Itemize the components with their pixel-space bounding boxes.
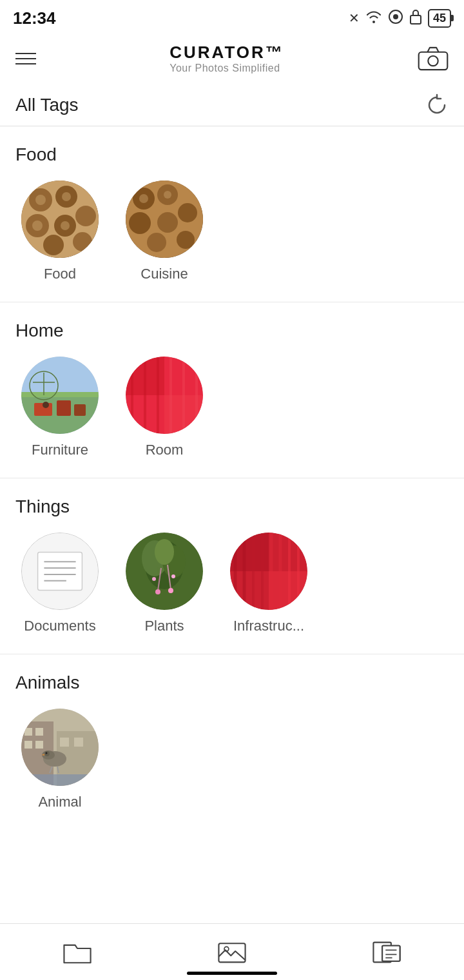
status-time: 12:34 [13,8,56,28]
svg-point-22 [178,203,197,222]
status-icons: ✕ 45 [349,8,451,28]
svg-rect-3 [419,52,448,69]
svg-point-62 [171,574,175,578]
svg-point-4 [428,55,438,65]
svg-point-13 [35,195,46,205]
infrastructure-circle [230,533,307,610]
home-section-label: Home [15,320,449,341]
svg-point-26 [164,191,171,199]
svg-rect-95 [382,945,400,961]
x-icon: ✕ [349,10,360,26]
food-tag-item[interactable]: Food [18,181,102,282]
svg-rect-31 [74,404,86,416]
all-tags-title: All Tags [15,95,79,115]
all-tags-bar: All Tags [0,84,464,126]
food-section-label: Food [15,144,449,165]
documents-circle [21,533,99,610]
animals-section: Animals [0,654,464,817]
svg-point-12 [73,232,92,251]
cuisine-item-label: Cuisine [140,266,188,282]
furniture-item-label: Furniture [32,442,88,458]
room-tag-item[interactable]: Room [122,357,206,458]
food-circle [21,181,99,258]
animal-tag-item[interactable]: Animal [18,709,102,810]
svg-rect-90 [21,774,99,786]
app-title: CURATOR™ [169,43,284,63]
circle-status-icon [388,9,403,28]
tags-icon [371,939,402,966]
svg-point-86 [46,752,48,754]
things-section: Things Documents [0,478,464,641]
nav-gallery-button[interactable] [204,934,260,971]
food-item-label: Food [44,266,76,282]
battery-indicator: 45 [428,9,451,28]
svg-point-20 [129,212,151,234]
status-bar: 12:34 ✕ 45 [0,0,464,34]
svg-rect-47 [38,553,82,591]
menu-button[interactable] [15,53,36,64]
animal-item-label: Animal [38,794,81,810]
gallery-icon [217,939,247,966]
svg-point-56 [155,539,174,565]
room-circle [126,357,203,434]
wifi-icon [365,10,383,27]
svg-point-59 [155,589,160,594]
cuisine-tag-item[interactable]: Cuisine [122,181,206,282]
documents-item-label: Documents [24,618,95,634]
furniture-circle [21,357,99,434]
animals-items: Animal [15,709,449,810]
svg-rect-79 [24,741,32,749]
svg-rect-80 [35,741,43,749]
svg-rect-78 [35,728,43,736]
cuisine-circle [126,181,203,258]
bottom-spacer [0,817,464,881]
svg-rect-77 [24,728,32,736]
svg-rect-82 [74,738,83,747]
plants-tag-item[interactable]: Plants [122,533,206,634]
room-item-label: Room [146,442,184,458]
home-items: Furniture Room [15,357,449,458]
svg-point-15 [32,220,43,231]
svg-point-14 [62,192,71,201]
svg-rect-81 [60,738,69,747]
home-section: Home Furniture [0,302,464,465]
plants-item-label: Plants [144,618,184,634]
svg-point-60 [168,588,173,593]
svg-point-36 [43,402,49,408]
infrastructure-item-label: Infrastruc... [233,618,304,634]
things-items: Documents Plant [15,533,449,634]
nav-folder-button[interactable] [49,934,106,971]
svg-point-61 [152,577,156,581]
app-tagline: Your Photos Simplified [169,63,280,74]
camera-button[interactable] [418,46,449,72]
things-section-label: Things [15,496,449,517]
svg-point-10 [75,206,96,226]
nav-tags-button[interactable] [358,934,415,971]
svg-point-24 [177,231,195,249]
furniture-tag-item[interactable]: Furniture [18,357,102,458]
app-header: CURATOR™ Your Photos Simplified [0,34,464,84]
folder-icon [62,939,93,966]
animals-section-label: Animals [15,672,449,693]
documents-tag-item[interactable]: Documents [18,533,102,634]
lock-icon [409,8,423,28]
brand-area: CURATOR™ Your Photos Simplified [169,43,284,74]
svg-point-23 [147,233,166,252]
svg-rect-2 [411,15,421,24]
svg-rect-30 [57,400,71,416]
plants-circle [126,533,203,610]
refresh-button[interactable] [425,93,449,117]
food-items: Food Cuisine [15,181,449,282]
svg-point-25 [139,194,148,203]
food-section: Food Foo [0,126,464,289]
svg-point-16 [61,221,70,230]
svg-point-21 [157,212,178,233]
animal-circle [21,709,99,786]
home-indicator [187,972,277,975]
svg-point-11 [43,235,64,255]
svg-point-1 [393,14,398,19]
infrastructure-tag-item[interactable]: Infrastruc... [227,533,311,634]
